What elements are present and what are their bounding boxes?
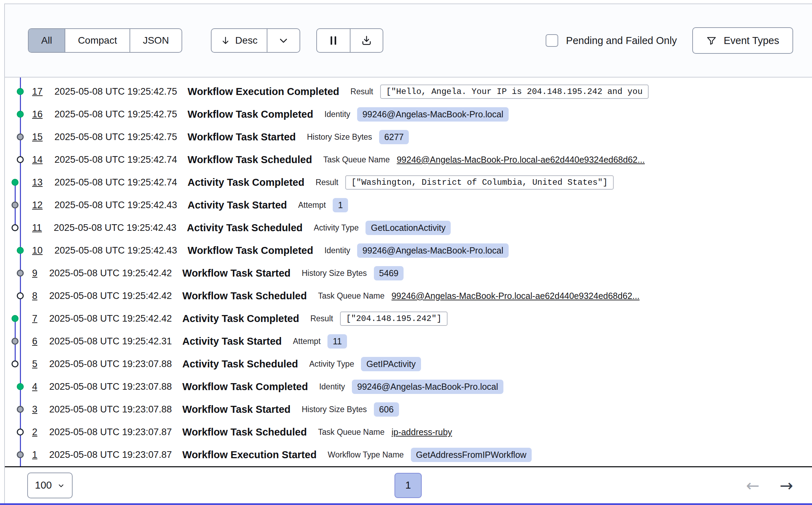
event-row[interactable]: 132025-05-08 UTC 19:25:42.74Activity Tas… [5,171,812,194]
event-name: Workflow Task Scheduled [182,290,307,302]
event-row[interactable]: 22025-05-08 UTC 19:23:07.87Workflow Task… [5,421,812,444]
event-detail-label: History Size Bytes [302,405,367,414]
event-status-dot [17,88,24,95]
event-timestamp: 2025-05-08 UTC 19:25:42.43 [54,222,176,233]
event-id-link[interactable]: 15 [32,132,43,142]
event-timestamp: 2025-05-08 UTC 19:25:42.75 [54,109,177,120]
event-detail-label: History Size Bytes [302,269,367,278]
event-timestamp: 2025-05-08 UTC 19:25:42.31 [49,336,172,347]
event-id-link[interactable]: 2 [32,427,37,438]
pagination-bar: 100 1 ← → [5,466,812,503]
tab-compact[interactable]: Compact [65,29,130,52]
event-name: Workflow Task Started [187,131,296,143]
event-timestamp: 2025-05-08 UTC 19:25:42.75 [54,86,177,97]
next-page-button[interactable]: → [780,477,793,493]
event-row[interactable]: 122025-05-08 UTC 19:25:42.43Activity Tas… [5,194,812,217]
event-row[interactable]: 52025-05-08 UTC 19:23:07.88Activity Task… [5,353,812,375]
event-row[interactable]: 152025-05-08 UTC 19:25:42.75Workflow Tas… [5,126,812,148]
event-detail-label: Task Queue Name [318,291,384,301]
event-id-link[interactable]: 6 [32,336,37,347]
sort-label: Desc [235,35,258,46]
event-id-link[interactable]: 10 [32,245,43,256]
event-id-link[interactable]: 7 [32,313,37,324]
sort-dropdown-button[interactable] [267,28,300,53]
event-id-link[interactable]: 5 [32,359,37,369]
event-status-dot [17,133,24,140]
event-id-link[interactable]: 9 [32,268,37,279]
event-detail-value: 99246@Angelas-MacBook-Pro.local [357,107,508,122]
event-id-link[interactable]: 3 [32,404,37,415]
event-id-link[interactable]: 17 [32,86,43,97]
event-status-dot [12,179,19,186]
event-row[interactable]: 42025-05-08 UTC 19:23:07.88Workflow Task… [5,375,812,398]
pause-button[interactable] [316,28,350,53]
event-row[interactable]: 92025-05-08 UTC 19:25:42.42Workflow Task… [5,262,812,285]
pending-failed-filter: Pending and Failed Only [546,34,677,47]
event-name: Workflow Execution Completed [187,86,339,97]
event-detail-value: GetAddressFromIPWorkflow [411,448,532,462]
page-size-select[interactable]: 100 [27,473,73,498]
event-timestamp: 2025-05-08 UTC 19:25:42.74 [54,154,177,165]
event-detail-label: Identity [324,110,350,119]
event-status-dot [17,383,24,390]
event-task-queue-link[interactable]: ip-address-ruby [391,427,452,437]
event-name: Activity Task Completed [182,313,299,324]
event-detail-label: Task Queue Name [323,155,390,164]
event-detail-value: ["Hello, Angela. Your IP is 204.148.195.… [380,85,649,99]
event-task-queue-link[interactable]: 99246@Angelas-MacBook-Pro.local-ae62d440… [397,155,645,165]
event-detail-label: Attempt [298,200,326,210]
event-detail-value: 606 [374,402,399,417]
event-row[interactable]: 142025-05-08 UTC 19:25:42.74Workflow Tas… [5,148,812,171]
event-status-dot [17,156,24,163]
event-timestamp: 2025-05-08 UTC 19:25:42.42 [49,313,172,324]
event-row[interactable]: 62025-05-08 UTC 19:25:42.31Activity Task… [5,330,812,353]
view-mode-tabs: All Compact JSON [28,28,182,53]
event-detail-value: 1 [333,198,348,212]
event-row[interactable]: 112025-05-08 UTC 19:25:42.43Activity Tas… [5,217,812,239]
tab-json[interactable]: JSON [130,29,182,52]
event-id-link[interactable]: 1 [32,449,37,460]
event-name: Workflow Task Scheduled [187,154,312,166]
event-detail-label: Result [310,314,333,323]
event-detail-value: ["Washington, District of Columbia, Unit… [345,175,614,190]
event-row[interactable]: 82025-05-08 UTC 19:25:42.42Workflow Task… [5,285,812,307]
event-id-link[interactable]: 8 [32,291,37,301]
event-name: Workflow Task Completed [187,109,313,120]
event-id-link[interactable]: 12 [32,200,43,211]
pending-failed-checkbox[interactable] [546,34,558,47]
event-detail-label: Identity [324,246,350,255]
event-id-link[interactable]: 16 [32,109,43,120]
event-row[interactable]: 72025-05-08 UTC 19:25:42.42Activity Task… [5,307,812,330]
event-id-link[interactable]: 11 [32,222,42,233]
event-row[interactable]: 12025-05-08 UTC 19:23:07.87Workflow Exec… [5,444,812,466]
event-detail-value: GetLocationActivity [366,221,451,235]
event-id-link[interactable]: 13 [32,177,43,188]
pending-failed-label: Pending and Failed Only [566,35,677,46]
current-page-button[interactable]: 1 [394,473,422,498]
event-id-link[interactable]: 4 [32,381,37,392]
sort-desc-button[interactable]: Desc [211,28,267,53]
event-detail-label: Workflow Type Name [328,450,404,460]
event-status-dot [17,292,24,299]
event-detail-value: 5469 [374,266,404,280]
event-row[interactable]: 102025-05-08 UTC 19:25:42.43Workflow Tas… [5,239,812,262]
tab-all[interactable]: All [29,29,65,52]
event-name: Activity Task Completed [187,177,304,188]
event-row[interactable]: 172025-05-08 UTC 19:25:42.75Workflow Exe… [5,80,812,103]
event-name: Activity Task Scheduled [182,358,298,370]
event-task-queue-link[interactable]: 99246@Angelas-MacBook-Pro.local-ae62d440… [391,291,640,301]
event-status-dot [12,224,19,231]
event-detail-label: Result [316,178,338,187]
event-name: Activity Task Started [187,199,287,211]
event-row[interactable]: 32025-05-08 UTC 19:23:07.88Workflow Task… [5,398,812,421]
event-id-link[interactable]: 14 [32,154,43,165]
event-status-dot [17,270,24,277]
event-row[interactable]: 162025-05-08 UTC 19:25:42.75Workflow Tas… [5,103,812,126]
previous-page-button[interactable]: ← [746,477,760,493]
event-timestamp: 2025-05-08 UTC 19:23:07.88 [49,381,172,392]
event-name: Workflow Task Scheduled [182,426,307,438]
download-button[interactable] [350,28,383,53]
playback-control [316,28,383,53]
event-timestamp: 2025-05-08 UTC 19:25:42.43 [54,245,177,256]
event-types-button[interactable]: Event Types [692,27,793,54]
